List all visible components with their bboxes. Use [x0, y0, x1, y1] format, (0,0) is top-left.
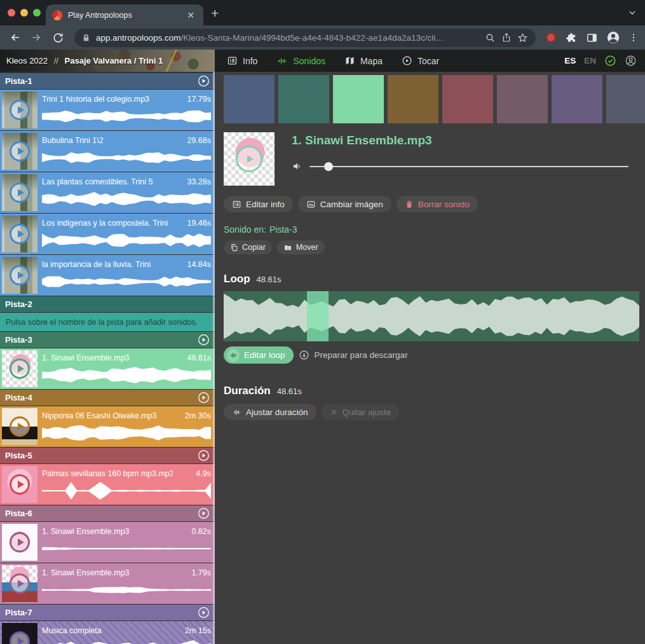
lang-en[interactable]: EN	[584, 56, 596, 65]
prepare-download-button[interactable]: Preparar para descargar	[299, 350, 408, 360]
clip-play-overlay-icon[interactable]	[10, 224, 30, 244]
profile-avatar-icon[interactable]	[606, 31, 620, 45]
back-button[interactable]	[6, 29, 24, 46]
track-header-pista-3[interactable]: Pista-3	[0, 332, 215, 348]
track-header-pista-2[interactable]: Pista-2	[0, 296, 215, 312]
tab-sonidos[interactable]: Sonidos	[276, 56, 325, 66]
sound-in-track-link[interactable]: Pista-3	[269, 224, 297, 235]
sidebar-clip[interactable]: Bubulina Trini 1\229.68s	[0, 131, 215, 172]
lang-es[interactable]: ES	[564, 56, 576, 65]
maximize-window-button[interactable]	[33, 9, 41, 17]
change-image-button[interactable]: Cambiar imágen	[298, 196, 391, 212]
track-play-button[interactable]	[198, 334, 210, 346]
clip-thumbnail[interactable]	[2, 565, 37, 602]
address-bar[interactable]: app.antropoloops.com/Kleos-Santa-Marina/…	[74, 29, 536, 47]
track-play-button[interactable]	[198, 392, 210, 404]
track-color-swatch-3[interactable]	[333, 75, 384, 123]
sidebar-clip[interactable]: Palmas sevillanas 160 bpm mp3.mp34.9s	[0, 464, 215, 505]
adjust-duration-button[interactable]: Ajustar duración	[224, 404, 316, 420]
sidebar-scrollbar[interactable]	[213, 72, 215, 644]
track-header-pista-7[interactable]: Pista-7	[0, 605, 215, 620]
track-color-swatch-8[interactable]	[606, 75, 645, 123]
track-play-button[interactable]	[198, 507, 210, 519]
track-color-swatch-1[interactable]	[224, 75, 275, 123]
clip-play-overlay-icon[interactable]	[10, 631, 30, 644]
copy-button[interactable]: Copiar	[224, 240, 272, 254]
sidebar-clip[interactable]: 1. Sinawi Ensemble.mp30.82s	[0, 522, 215, 563]
sidebar-clip[interactable]: Trini 1 historia del colegio.mp317.79s	[0, 90, 215, 130]
map-thumbnail-header[interactable]: Kleos 2022 // Pasaje Valvanera / Trini 1	[0, 50, 215, 72]
breadcrumb-project[interactable]: Kleos 2022	[6, 56, 48, 65]
clip-play-overlay-icon[interactable]	[10, 141, 30, 161]
sound-image[interactable]	[224, 132, 275, 186]
chevron-down-icon[interactable]	[627, 8, 637, 18]
clip-play-overlay-icon[interactable]	[10, 265, 30, 285]
clip-play-overlay-icon[interactable]	[10, 359, 30, 379]
clip-thumbnail[interactable]	[2, 408, 37, 445]
waveform-icon	[276, 56, 288, 66]
browser-tab[interactable]: Play Antropoloops ✕	[46, 4, 203, 25]
zoom-icon[interactable]	[485, 32, 496, 43]
loop-waveform[interactable]	[224, 291, 639, 341]
edit-loop-button[interactable]: Editar loop	[224, 346, 294, 364]
minimize-window-button[interactable]	[20, 9, 28, 17]
clip-thumbnail[interactable]	[2, 257, 37, 294]
share-icon[interactable]	[501, 32, 512, 43]
tab-mapa[interactable]: Mapa	[344, 55, 383, 66]
sidebar-clip[interactable]: Nipponia 06 Esashi Oiwake.mp32m 30s	[0, 406, 215, 447]
edit-info-button[interactable]: Editar info	[224, 196, 293, 212]
track-header-pista-6[interactable]: Pista-6	[0, 505, 215, 521]
track-header-pista-5[interactable]: Pista-5	[0, 448, 215, 463]
side-panel-icon[interactable]	[586, 32, 598, 44]
move-button[interactable]: Mover	[277, 240, 325, 254]
clip-thumbnail[interactable]	[2, 92, 37, 128]
tab-close-icon[interactable]: ✕	[184, 10, 197, 21]
delete-sound-button[interactable]: Borrar sonido	[397, 196, 478, 212]
track-play-button[interactable]	[198, 75, 210, 87]
track-color-swatch-5[interactable]	[442, 75, 493, 123]
track-play-button[interactable]	[198, 606, 210, 619]
bookmark-star-icon[interactable]	[517, 32, 528, 43]
track-header-pista-1[interactable]: Pista-1	[0, 73, 215, 89]
clip-thumbnail[interactable]	[2, 174, 37, 211]
sidebar-clip[interactable]: Las plantas comestibles. Trini 533.28s	[0, 172, 215, 213]
sidebar-clip[interactable]: 1. Sinawi Ensemble.mp348.61s	[0, 348, 215, 389]
clip-thumbnail[interactable]	[2, 350, 37, 387]
track-color-swatch-7[interactable]	[552, 75, 602, 123]
sidebar-clip[interactable]: la importancia de la lluvia. Trini14.84s	[0, 255, 215, 296]
reload-button[interactable]	[49, 29, 67, 46]
sidebar-clip[interactable]: Musica completa2m 15s	[0, 621, 215, 644]
remove-adjust-button[interactable]: Quitar ajuste	[322, 404, 400, 420]
track-color-swatch-4[interactable]	[388, 75, 438, 123]
clip-play-overlay-icon[interactable]	[10, 474, 30, 495]
tab-tocar[interactable]: Tocar	[402, 55, 439, 66]
volume-slider[interactable]	[309, 166, 628, 167]
clip-thumbnail[interactable]	[2, 216, 37, 252]
clip-play-overlay-icon[interactable]	[10, 573, 30, 594]
account-icon[interactable]	[625, 55, 637, 67]
clip-thumbnail[interactable]	[2, 623, 37, 644]
close-window-button[interactable]	[8, 9, 15, 17]
tab-info[interactable]: Info	[227, 55, 257, 66]
sidebar-clip[interactable]: 1. Sinawi Ensemble.mp31.79s	[0, 563, 215, 604]
volume-slider-thumb[interactable]	[324, 162, 333, 171]
new-tab-button[interactable]: +	[211, 6, 219, 20]
loop-playhead-marker[interactable]	[307, 291, 329, 341]
sound-play-overlay-icon[interactable]	[236, 146, 262, 172]
track-play-button[interactable]	[198, 449, 210, 462]
forward-button[interactable]	[28, 29, 46, 46]
clip-play-overlay-icon[interactable]	[10, 532, 30, 552]
clip-thumbnail[interactable]	[2, 466, 37, 503]
clip-thumbnail[interactable]	[2, 133, 37, 170]
sidebar-clip[interactable]: Los indigenas y la compostela. Trini19.4…	[0, 214, 215, 254]
record-extension-icon[interactable]	[545, 31, 557, 44]
extensions-puzzle-icon[interactable]	[566, 32, 578, 44]
clip-play-overlay-icon[interactable]	[10, 416, 30, 437]
track-color-swatch-2[interactable]	[278, 75, 329, 123]
track-header-pista-4[interactable]: Pista-4	[0, 390, 215, 406]
track-color-swatch-6[interactable]	[497, 75, 548, 123]
clip-play-overlay-icon[interactable]	[10, 100, 30, 120]
clip-thumbnail[interactable]	[2, 524, 37, 561]
clip-play-overlay-icon[interactable]	[10, 182, 30, 203]
browser-menu-icon[interactable]	[628, 32, 639, 43]
